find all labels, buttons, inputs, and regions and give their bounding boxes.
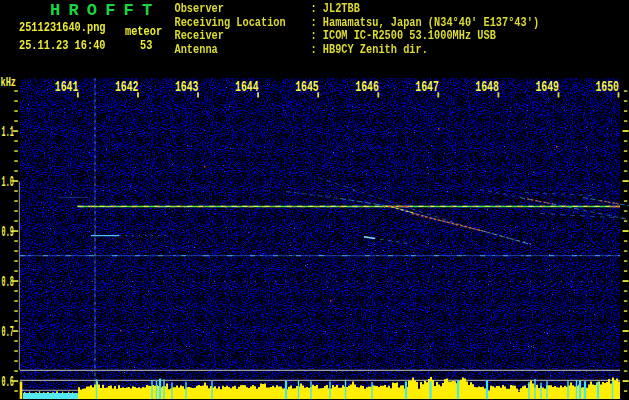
svg-text:1648: 1648	[475, 78, 499, 96]
svg-text:1647: 1647	[415, 78, 439, 96]
svg-text:1649: 1649	[535, 78, 559, 96]
svg-text:1650: 1650	[595, 78, 619, 96]
svg-text:1.1: 1.1	[2, 124, 14, 139]
svg-text:1644: 1644	[235, 78, 259, 96]
svg-text:0.8: 0.8	[2, 274, 14, 289]
svg-text:0.7: 0.7	[2, 324, 14, 339]
svg-text:1646: 1646	[355, 78, 379, 96]
svg-text:1645: 1645	[295, 78, 319, 96]
svg-text:1642: 1642	[115, 78, 139, 96]
svg-text:1643: 1643	[175, 78, 199, 96]
svg-text:0.6: 0.6	[2, 374, 14, 389]
svg-text:kHz: kHz	[1, 75, 17, 89]
svg-text:0.9: 0.9	[2, 224, 14, 239]
svg-text:1.0: 1.0	[2, 174, 14, 189]
svg-text:1641: 1641	[55, 78, 79, 96]
